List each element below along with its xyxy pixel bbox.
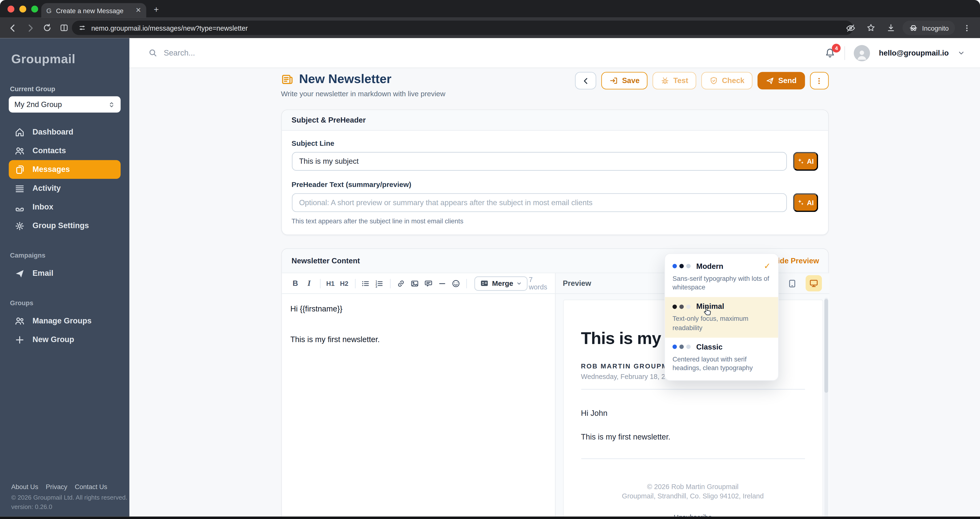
sidebar-item-messages[interactable]: Messages [9, 160, 121, 179]
new-tab-button[interactable]: + [154, 5, 159, 14]
page-title: New Newsletter [299, 72, 391, 86]
desktop-preview-button[interactable] [805, 275, 822, 291]
email-footer-address: Groupmail, Strandhill, Co. Sligo 94102, … [581, 492, 805, 500]
h2-button[interactable]: H2 [338, 277, 350, 289]
tablet-preview-button[interactable] [785, 276, 800, 291]
browser-tab[interactable]: G Create a new Message ✕ [41, 3, 146, 18]
back-button[interactable] [575, 72, 597, 89]
subject-preheader-card: Subject & PreHeader Subject Line AI PreH… [281, 109, 828, 235]
version-text: version: 0.26.0 [11, 503, 127, 510]
h1-button[interactable]: H1 [324, 277, 337, 289]
reload-icon[interactable] [39, 20, 55, 36]
browser-menu-icon[interactable] [959, 20, 975, 36]
style-option-modern[interactable]: Modern ✓ Sans-serif typography with lots… [665, 256, 778, 297]
sidebar-item-group-settings[interactable]: Group Settings [9, 216, 121, 235]
sidebar-item-contacts[interactable]: Contacts [9, 141, 121, 160]
close-window-button[interactable] [7, 6, 14, 13]
user-email[interactable]: hello@groupmail.io [879, 48, 949, 57]
bullet-list-button[interactable] [360, 277, 372, 289]
unsubscribe-link[interactable]: Unsubscribe [581, 514, 805, 517]
bold-button[interactable]: B [289, 277, 301, 289]
email-footer-copyright: © 2026 Rob Martin Groupmail [581, 483, 805, 490]
preview-scrollbar-thumb[interactable] [824, 299, 828, 393]
main-area: Search... 4 hello@groupmail.io [129, 38, 980, 516]
send-button[interactable]: Send [757, 72, 805, 89]
link-button[interactable] [394, 277, 407, 289]
horizontal-rule-button[interactable] [436, 277, 448, 289]
email-footer: © 2026 Rob Martin Groupmail Groupmail, S… [581, 483, 805, 517]
style-dots [673, 345, 691, 349]
check-button[interactable]: Check [701, 72, 752, 89]
page-actions: Save Test Check [575, 72, 828, 89]
chevron-down-icon[interactable] [958, 49, 965, 56]
tab-title: Create a new Message [56, 6, 131, 14]
bookmark-star-icon[interactable] [863, 20, 879, 36]
divider [845, 46, 845, 60]
notifications-button[interactable]: 4 [824, 47, 836, 58]
preheader-input[interactable] [292, 193, 787, 212]
markdown-editor[interactable]: Hi {{firstname}} This is my first newsle… [282, 294, 555, 355]
group-select[interactable]: My 2nd Group [9, 96, 121, 112]
reading-mode-icon[interactable] [56, 20, 72, 36]
word-count: 7 words [529, 276, 547, 291]
subject-line-input[interactable] [292, 152, 787, 171]
search-input[interactable]: Search... [148, 48, 195, 57]
content-card-title: Newsletter Content [292, 256, 360, 265]
test-button[interactable]: Test [653, 72, 696, 89]
subject-ai-button[interactable]: AI [793, 152, 818, 171]
site-info-icon[interactable] [78, 24, 86, 32]
groups-heading: Groups [0, 283, 129, 311]
contact-us-link[interactable]: Contact Us [75, 483, 107, 490]
italic-button[interactable]: I [303, 277, 315, 289]
plus-icon [14, 334, 25, 345]
preheader-help-text: This text appears after the subject line… [292, 217, 818, 224]
chevron-left-icon [582, 77, 590, 85]
image-button[interactable] [408, 277, 421, 289]
bug-icon [661, 77, 670, 85]
editor-line: This is my first newsletter. [290, 334, 546, 345]
style-dropdown-menu: Modern ✓ Sans-serif typography with lots… [664, 253, 779, 381]
tab-favicon: G [46, 6, 51, 14]
numbered-list-button[interactable]: 123 [373, 277, 385, 289]
comment-button[interactable] [422, 277, 434, 289]
back-icon[interactable] [5, 20, 21, 36]
save-button[interactable]: Save [601, 72, 648, 89]
incognito-badge: Incognito [903, 21, 955, 35]
copyright-text: © 2026 Groupmail Ltd. All rights reserve… [11, 494, 127, 501]
eye-off-icon[interactable] [843, 20, 859, 36]
preheader-ai-button[interactable]: AI [793, 193, 818, 212]
style-option-description: Text-only focus, maximum readability [673, 314, 771, 332]
browser-toolbar: nemo.groupmail.io/messages/new?type=news… [0, 18, 980, 38]
style-option-description: Sans-serif typography with lots of white… [673, 274, 771, 292]
sidebar-item-activity[interactable]: Activity [9, 179, 121, 198]
sidebar-item-dashboard[interactable]: Dashboard [9, 123, 121, 141]
merge-button[interactable]: Merge [474, 276, 528, 291]
divider [581, 458, 805, 459]
address-bar[interactable]: nemo.groupmail.io/messages/new?type=news… [72, 21, 853, 35]
zoom-window-button[interactable] [31, 6, 38, 13]
style-option-minimal[interactable]: Minimal Text-only focus, maximum readabi… [665, 297, 778, 337]
style-dots [673, 305, 691, 309]
more-actions-button[interactable] [810, 72, 828, 89]
emoji-button[interactable] [449, 277, 462, 289]
download-icon[interactable] [883, 20, 899, 36]
campaigns-nav: Email [0, 264, 129, 283]
sidebar-item-new-group[interactable]: New Group [9, 330, 121, 349]
inbox-icon [14, 201, 25, 212]
person-icon [855, 47, 869, 61]
about-us-link[interactable]: About Us [11, 483, 38, 490]
groups-nav: Manage Groups New Group [0, 311, 129, 349]
pages-icon [14, 164, 25, 175]
hide-preview-link[interactable]: Hide Preview [772, 256, 819, 265]
forward-icon[interactable] [22, 20, 38, 36]
style-option-classic[interactable]: Classic Centered layout with serif headi… [665, 337, 778, 378]
minimize-window-button[interactable] [19, 6, 26, 13]
sidebar-item-inbox[interactable]: Inbox [9, 198, 121, 216]
privacy-link[interactable]: Privacy [46, 483, 67, 490]
sidebar-item-email[interactable]: Email [9, 264, 121, 283]
current-group-label: Current Group [0, 66, 129, 96]
avatar[interactable] [854, 45, 870, 61]
tab-close-icon[interactable]: ✕ [135, 6, 141, 14]
page-header: New Newsletter Write your newsletter in … [281, 72, 828, 97]
sidebar-item-manage-groups[interactable]: Manage Groups [9, 311, 121, 330]
